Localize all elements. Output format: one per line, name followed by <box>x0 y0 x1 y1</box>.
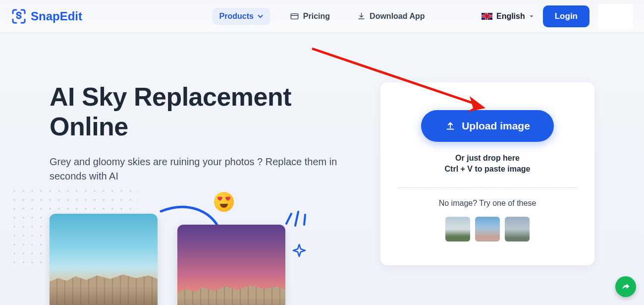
hero-left: AI Sky Replacement Online Grey and gloom… <box>50 82 351 265</box>
svg-rect-0 <box>291 13 298 19</box>
sample-thumb-1[interactable] <box>445 217 470 242</box>
nav-products[interactable]: Products <box>213 8 270 25</box>
header-placeholder <box>598 4 633 29</box>
nav-pricing-label: Pricing <box>303 12 330 21</box>
upload-card: Upload image Or just drop here Ctrl + V … <box>380 82 594 265</box>
nav-download[interactable]: Download App <box>350 8 431 25</box>
drop-hint: Or just drop here <box>398 154 577 163</box>
upload-button-label: Upload image <box>462 120 530 132</box>
page-title: AI Sky Replacement Online <box>50 82 351 142</box>
after-image <box>177 225 285 305</box>
card-icon <box>290 12 299 21</box>
hero-section: AI Sky Replacement Online Grey and gloom… <box>0 33 644 265</box>
download-icon <box>357 12 366 21</box>
divider <box>398 187 577 188</box>
before-after-illustration <box>50 214 367 305</box>
main-nav: Products Pricing Download App <box>213 8 432 25</box>
language-label: English <box>496 12 525 21</box>
nav-pricing[interactable]: Pricing <box>283 8 337 25</box>
sample-thumbnails <box>398 217 577 242</box>
nav-download-label: Download App <box>370 12 425 21</box>
logo-icon <box>11 8 27 24</box>
brand-name: SnapEdit <box>31 9 82 23</box>
page-description: Grey and gloomy skies are ruining your p… <box>50 155 351 183</box>
share-fab[interactable] <box>615 276 636 297</box>
flag-uk-icon <box>482 13 492 20</box>
upload-image-button[interactable]: Upload image <box>421 110 554 142</box>
chevron-down-icon <box>258 13 264 19</box>
sample-images-label: No image? Try one of these <box>398 199 577 208</box>
heart-eyes-emoji-icon <box>214 192 234 212</box>
share-arrow-icon <box>621 282 631 292</box>
upload-icon <box>445 121 456 131</box>
chevron-down-icon <box>529 14 534 19</box>
before-image <box>50 214 158 305</box>
header-right: English Login <box>482 4 633 29</box>
paste-hint: Ctrl + V to paste image <box>398 165 577 174</box>
sample-thumb-2[interactable] <box>475 217 500 242</box>
sparkle-icon <box>292 244 306 257</box>
login-button[interactable]: Login <box>543 5 590 27</box>
language-selector[interactable]: English <box>482 12 534 21</box>
spark-lines-icon <box>282 203 312 228</box>
brand-logo[interactable]: SnapEdit <box>11 8 82 24</box>
sample-thumb-3[interactable] <box>505 217 530 242</box>
nav-products-label: Products <box>219 12 254 21</box>
header: SnapEdit Products Pricing Download App E… <box>0 0 644 33</box>
